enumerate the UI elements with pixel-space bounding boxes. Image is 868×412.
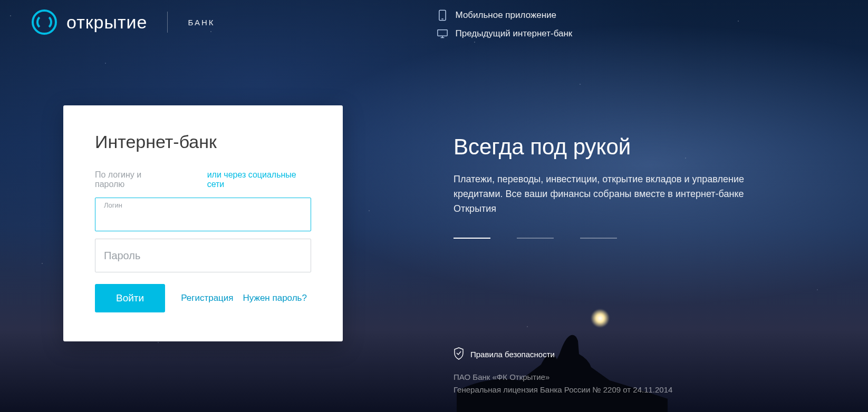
previous-bank-label: Предыдущий интернет-банк	[456, 28, 573, 39]
brand-name: открытие	[66, 12, 147, 33]
login-label: Логин	[104, 201, 122, 209]
login-input[interactable]	[95, 198, 311, 231]
password-input[interactable]	[95, 239, 311, 272]
slide-indicator-1[interactable]	[454, 238, 490, 239]
password-field-wrapper	[95, 239, 311, 272]
monitor-icon	[437, 29, 448, 38]
mobile-app-link[interactable]: Мобильное приложение	[437, 9, 573, 21]
brand-logo[interactable]: открытие БАНК	[32, 9, 215, 35]
legal-line-1: ПАО Банк «ФК Открытие»	[454, 371, 672, 384]
login-title: Интернет-банк	[95, 132, 311, 152]
security-rules-link[interactable]: Правила безопасности	[454, 347, 672, 361]
mobile-app-label: Мобильное приложение	[456, 10, 557, 21]
login-card: Интернет-банк По логину и паролю или чер…	[63, 105, 343, 341]
register-link[interactable]: Регистрация	[181, 293, 233, 303]
slider-indicators	[454, 238, 810, 239]
shield-icon	[454, 347, 464, 361]
phone-icon	[437, 9, 448, 21]
need-password-link[interactable]: Нужен пароль?	[243, 293, 307, 303]
previous-bank-link[interactable]: Предыдущий интернет-банк	[437, 28, 573, 39]
slide-indicator-3[interactable]	[580, 238, 617, 239]
security-rules-label: Правила безопасности	[470, 350, 555, 359]
svg-rect-2	[437, 30, 447, 36]
hero-title: Всегда под рукой	[454, 134, 810, 160]
legal-line-2: Генеральная лицензия Банка России № 2209…	[454, 384, 672, 396]
login-field-wrapper: Логин	[95, 198, 311, 231]
slide-indicator-2[interactable]	[517, 238, 554, 239]
lantern-glow	[591, 309, 610, 328]
hero-section: Всегда под рукой Платежи, переводы, инве…	[454, 134, 810, 239]
brand-divider	[167, 12, 168, 33]
tab-social[interactable]: или через социальные сети	[207, 170, 311, 189]
hero-description: Платежи, переводы, инвестиции, открытие …	[454, 172, 749, 217]
logo-mark-icon	[32, 9, 57, 35]
submit-button[interactable]: Войти	[95, 284, 165, 312]
brand-sublabel: БАНК	[188, 18, 215, 27]
tab-credentials[interactable]: По логину и паролю	[95, 170, 170, 189]
